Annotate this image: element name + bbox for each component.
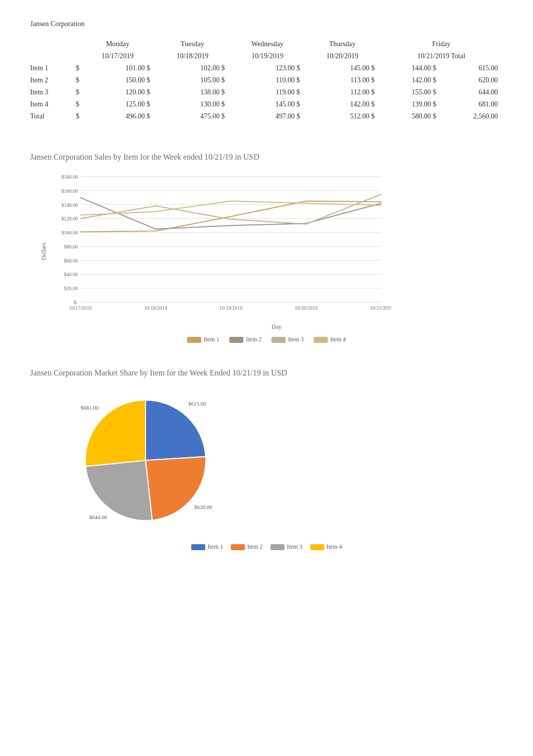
cell-value: 681.00: [441, 98, 503, 110]
svg-text:10/19/2019: 10/19/2019: [219, 305, 242, 311]
table-row: Total$496.00 $475.00 $497.00 $512.00 $58…: [30, 110, 503, 122]
cell-value: 144.00 $: [380, 62, 442, 74]
pie-chart-legend: Item 1Item 2Item 3Item 4: [30, 543, 503, 551]
cell-value: 110.00 $: [230, 74, 305, 86]
pie-legend-label: Item 3: [287, 543, 303, 551]
cell-value: 112.00 $: [305, 86, 380, 98]
svg-text:$80.00: $80.00: [64, 244, 78, 249]
pie-legend-item: Item 4: [310, 543, 342, 551]
pie-slice: [146, 457, 206, 521]
line-chart-title: Jansen Corporation Sales by Item for the…: [30, 153, 503, 162]
cell-value: 123.00 $: [230, 62, 305, 74]
cell-value: 475.00 $: [155, 110, 230, 122]
dollar-sign: $: [70, 62, 80, 74]
row-item-name: Item 4: [30, 98, 70, 110]
svg-text:10/20/2019: 10/20/2019: [295, 305, 318, 311]
svg-text:$20.00: $20.00: [64, 286, 78, 291]
row-item-name: Item 1: [30, 62, 70, 74]
dollar-sign: $: [70, 110, 80, 122]
pie-label: $615.00: [188, 401, 206, 407]
cell-value: 497.00 $: [230, 110, 305, 122]
cell-value: 496.00 $: [80, 110, 155, 122]
pie-legend-item: Item 3: [271, 543, 303, 551]
pie-slice: [146, 400, 206, 460]
legend-color: [187, 337, 201, 343]
cell-value: 101.00 $: [80, 62, 155, 74]
cell-value: 150.00 $: [80, 74, 155, 86]
date-wednesday: 10/19/2019: [230, 50, 305, 62]
line-chart-section: Jansen Corporation Sales by Item for the…: [30, 153, 503, 343]
col-friday: Friday: [380, 38, 503, 50]
svg-text:$180.00: $180.00: [62, 174, 78, 180]
legend-label: Item 3: [288, 336, 304, 343]
cell-value: 615.00: [441, 62, 503, 74]
svg-text:$120.00: $120.00: [62, 216, 78, 221]
col-wednesday: Wednesday: [230, 38, 305, 50]
cell-value: 125.00 $: [80, 98, 155, 110]
pie-legend-item: Item 1: [191, 543, 223, 551]
pie-chart-title: Jansen Corporation Market Share by Item …: [30, 368, 503, 377]
pie-legend-color: [191, 544, 205, 550]
cell-value: 119.00 $: [230, 86, 305, 98]
svg-text:10/18/2019: 10/18/2019: [144, 305, 167, 311]
row-item-name: Total: [30, 110, 70, 122]
svg-text:10/17/2019: 10/17/2019: [69, 305, 92, 311]
cell-value: 620.00: [441, 74, 503, 86]
legend-label: Item 4: [330, 336, 346, 343]
cell-value: 145.00 $: [305, 62, 380, 74]
cell-value: 142.00 $: [380, 74, 442, 86]
pie-legend-color: [310, 544, 324, 550]
col-thursday: Thursday: [305, 38, 380, 50]
sales-table: Monday Tuesday Wednesday Thursday Friday…: [30, 38, 503, 122]
cell-value: 105.00 $: [155, 74, 230, 86]
pie-chart-svg: $615.00$620.00$644.00$681.00: [60, 388, 231, 538]
cell-value: 142.00 $: [305, 98, 380, 110]
legend-color: [272, 337, 286, 343]
pie-label: $681.00: [81, 405, 99, 411]
table-row: Item 4$125.00 $130.00 $145.00 $142.00 $1…: [30, 98, 503, 110]
legend-color: [229, 337, 243, 343]
line-chart-svg: $180.00$160.00$140.00$120.00$100.00$80.0…: [50, 172, 391, 322]
cell-value: 120.00 $: [80, 86, 155, 98]
pie-legend-label: Item 2: [247, 543, 263, 551]
col-tuesday: Tuesday: [155, 38, 230, 50]
line-chart-legend: Item 1Item 2Item 3Item 4: [30, 336, 503, 343]
date-tuesday: 10/18/2019: [155, 50, 230, 62]
cell-value: 155.00 $: [380, 86, 442, 98]
legend-color: [314, 337, 328, 343]
row-item-name: Item 3: [30, 86, 70, 98]
pie-legend-item: Item 2: [231, 543, 263, 551]
cell-value: 512.00 $: [305, 110, 380, 122]
pie-label: $644.00: [89, 514, 107, 520]
cell-value: 102.00 $: [155, 62, 230, 74]
dollar-sign: $: [70, 86, 80, 98]
x-axis-label: Day: [50, 323, 503, 331]
cell-value: 113.00 $: [305, 74, 380, 86]
svg-text:$160.00: $160.00: [62, 188, 78, 194]
legend-item: Item 3: [272, 336, 304, 343]
cell-value: 139.00 $: [380, 98, 442, 110]
row-item-name: Item 2: [30, 74, 70, 86]
svg-text:$100.00: $100.00: [62, 230, 78, 235]
svg-text:$-: $-: [74, 300, 78, 305]
pie-legend-color: [231, 544, 245, 550]
table-row: Item 3$120.00 $138.00 $119.00 $112.00 $1…: [30, 86, 503, 98]
cell-value: 644.00: [441, 86, 503, 98]
cell-value: 580.00 $: [380, 110, 442, 122]
legend-item: Item 4: [314, 336, 346, 343]
svg-text:$60.00: $60.00: [64, 258, 78, 264]
cell-value: 138.00 $: [155, 86, 230, 98]
company-name: Jansen Corporation: [30, 20, 503, 28]
cell-value: 130.00 $: [155, 98, 230, 110]
cell-value: 145.00 $: [230, 98, 305, 110]
date-friday: 10/21/2019 Total: [380, 50, 503, 62]
pie-chart-section: Jansen Corporation Market Share by Item …: [30, 368, 503, 551]
table-row: Item 1$101.00 $102.00 $123.00 $145.00 $1…: [30, 62, 503, 74]
pie-legend-color: [271, 544, 285, 550]
pie-legend-label: Item 1: [208, 543, 223, 551]
pie-slice: [86, 460, 153, 521]
cell-value: 2,560.00: [441, 110, 503, 122]
legend-label: Item 2: [246, 336, 261, 343]
date-monday: 10/17/2019: [80, 50, 155, 62]
svg-text:$140.00: $140.00: [62, 202, 78, 208]
